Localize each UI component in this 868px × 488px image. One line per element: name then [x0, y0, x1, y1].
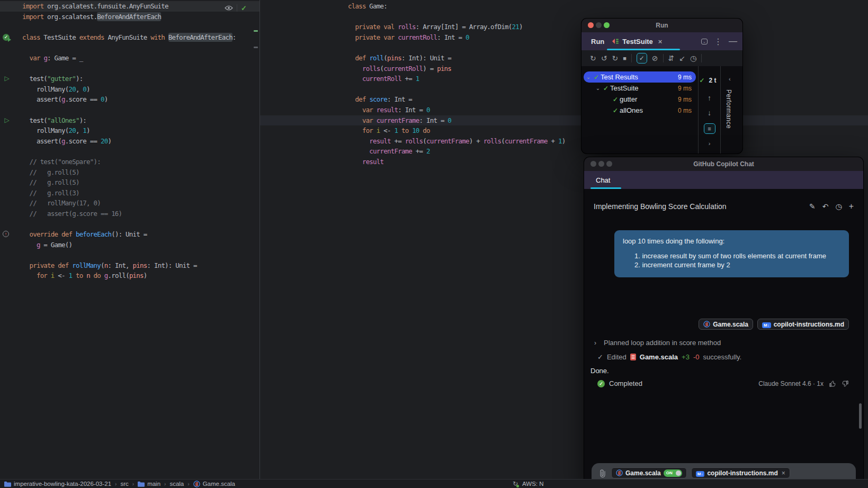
code-line[interactable]: import org.scalatest.funsuite.AnyFunSuit…	[0, 1, 259, 12]
aws-status-widget[interactable]: AWS: N	[522, 481, 543, 487]
show-passed-toggle[interactable]: ✓	[637, 53, 647, 64]
attachment-chip-copilot-instructions-md[interactable]: M↓copilot-instructions.md	[757, 319, 849, 330]
remove-chip-icon[interactable]: ×	[782, 469, 785, 477]
code-line[interactable]: var g: Game = _	[0, 53, 259, 64]
code-line[interactable]	[0, 64, 259, 74]
breadcrumb-item[interactable]: main	[138, 481, 160, 487]
code-line[interactable]: ✓class TestSuite extends AnyFunSuite wit…	[0, 32, 259, 43]
code-line[interactable]: import org.scalatest.BeforeAndAfterEach	[0, 12, 259, 22]
breadcrumb-item[interactable]: scala	[169, 481, 184, 487]
history-icon[interactable]: ◷	[835, 202, 842, 211]
code-line[interactable]	[0, 219, 259, 229]
error-stripe-mark[interactable]	[254, 30, 258, 32]
code-line[interactable]: result += rolls(currentFrame) + rolls(cu…	[260, 136, 868, 147]
code-line[interactable]: private def rollMany(n: Int, pins: Int):…	[0, 260, 259, 271]
code-line[interactable]	[0, 42, 259, 53]
breadcrumb-item[interactable]: Game.scala	[193, 481, 235, 487]
attachment-chip-game-scala[interactable]: Game.scalaON	[611, 467, 687, 478]
attachment-chip-copilot-instructions-md[interactable]: M↓copilot-instructions.md×	[691, 467, 790, 478]
thumbs-up-icon[interactable]	[829, 380, 836, 387]
code-line[interactable]: currentRoll += 1	[260, 74, 868, 84]
code-line[interactable]: def score: Int =	[260, 94, 868, 105]
code-line[interactable]	[260, 42, 868, 53]
run-test-icon[interactable]: ▷	[3, 115, 11, 126]
test-tree-row[interactable]: ✓allOnes0 ms	[584, 105, 696, 116]
expand-icon[interactable]: ›	[709, 140, 711, 147]
editor-pane-testsuite[interactable]: import org.scalatest.funsuite.AnyFunSuit…	[0, 0, 260, 479]
code-line[interactable]	[0, 250, 259, 260]
code-line[interactable]: def roll(pins: Int): Unit =	[260, 53, 868, 64]
code-line[interactable]: g = Game()	[0, 240, 259, 250]
quill-icon[interactable]: ✎	[809, 202, 816, 211]
run-class-icon[interactable]: ✓	[3, 34, 10, 41]
code-line[interactable]: // g.roll(3)	[0, 188, 259, 198]
code-line[interactable]: rollMany(20, 1)	[0, 125, 259, 136]
test-tree-row[interactable]: ⌄✓TestSuite9 ms	[584, 83, 696, 94]
chevron-down-icon[interactable]: ⌄	[594, 85, 602, 91]
vcs-update-icon[interactable]: ↻	[513, 480, 518, 487]
inspections-ok-icon[interactable]: ✓	[241, 4, 247, 12]
test-tree-row[interactable]: ✓gutter9 ms	[584, 94, 696, 105]
collapse-icon[interactable]: ‹	[729, 76, 731, 82]
thumbs-down-icon[interactable]	[842, 380, 849, 387]
code-line[interactable]: class Game:	[260, 1, 868, 12]
context-on-toggle[interactable]: ON	[664, 469, 682, 477]
code-line[interactable]: // rollMany(17, 0)	[0, 198, 259, 209]
code-line[interactable]: assert(g.score == 0)	[0, 94, 259, 105]
breadcrumb-item[interactable]: imperative-bowling-kata-2026-03-21	[4, 481, 111, 487]
rerun-tests-icon[interactable]: ↻	[590, 54, 596, 62]
code-line[interactable]: private val rolls: Array[Int] = Array.of…	[260, 22, 868, 32]
sort-icon[interactable]: ⇵	[668, 54, 675, 62]
code-line[interactable]	[260, 12, 868, 22]
scrollbar[interactable]	[859, 403, 862, 429]
breadcrumb-item[interactable]: src	[120, 481, 128, 487]
code-line[interactable]: ↑ override def beforeEach(): Unit =	[0, 229, 259, 240]
navigate-icon[interactable]: ↙	[679, 54, 685, 62]
previous-test-icon[interactable]: ↑	[708, 94, 711, 102]
dock-window-icon[interactable]: ⌄	[701, 39, 708, 44]
code-line[interactable]: rollMany(20, 0)	[0, 84, 259, 95]
paperclip-icon[interactable]	[599, 469, 606, 477]
code-line[interactable]: currentFrame += 2	[260, 146, 868, 157]
run-test-icon[interactable]: ▷	[3, 74, 11, 84]
code-line[interactable]	[0, 105, 259, 115]
tab-chat[interactable]: Chat	[596, 176, 610, 184]
override-icon[interactable]: ↑	[3, 231, 9, 237]
code-line[interactable]: var currentFrame: Int = 0	[260, 115, 868, 126]
code-line[interactable]	[260, 84, 868, 95]
code-line[interactable]: // g.roll(5)	[0, 167, 259, 178]
new-chat-icon[interactable]: +	[849, 202, 854, 211]
code-line[interactable]: ▷ test("gutter"):	[0, 74, 259, 84]
collapsed-step-row[interactable]: › Planned loop addition in score method	[594, 339, 721, 347]
code-line[interactable]	[0, 146, 259, 157]
history-icon[interactable]: ◷	[690, 54, 696, 62]
stop-icon[interactable]: ■	[623, 55, 627, 61]
more-options-icon[interactable]: ⋮	[714, 37, 722, 47]
error-stripe-mark[interactable]	[254, 47, 258, 48]
code-line[interactable]: // test("oneSpare"):	[0, 157, 259, 167]
code-line[interactable]: // assert(g.score == 16)	[0, 209, 259, 219]
chat-window-titlebar[interactable]: GitHub Copilot Chat	[584, 157, 863, 171]
code-line[interactable]	[0, 22, 259, 32]
minimize-icon[interactable]: —	[729, 37, 737, 46]
next-test-icon[interactable]: ↓	[708, 109, 711, 117]
run-window-titlebar[interactable]: Run	[581, 19, 742, 32]
left-editor-code[interactable]: import org.scalatest.funsuite.AnyFunSuit…	[0, 0, 259, 479]
tab-performance[interactable]: Performance	[725, 89, 732, 129]
eye-icon[interactable]	[225, 5, 233, 11]
rerun-failed-icon[interactable]: ↺	[601, 54, 607, 62]
code-line[interactable]: for i <- 1 to 10 do	[260, 125, 868, 136]
chevron-right-icon[interactable]: ›	[594, 339, 596, 347]
code-line[interactable]: // g.roll(5)	[0, 177, 259, 188]
soft-wrap-toggle[interactable]: ≡	[704, 123, 715, 134]
tab-testsuite[interactable]: TestSuite ×	[612, 38, 662, 46]
code-line[interactable]: assert(g.score == 20)	[0, 136, 259, 147]
test-tree-row[interactable]: ⌄✓Test Results9 ms	[584, 71, 696, 83]
close-tab-icon[interactable]: ×	[658, 38, 663, 46]
code-line[interactable]: ▷ test("allOnes"):	[0, 115, 259, 126]
code-line[interactable]: rolls(currentRoll) = pins	[260, 64, 868, 74]
code-line[interactable]: for i <- 1 to n do g.roll(pins)	[0, 270, 259, 281]
edited-file-name[interactable]: Game.scala	[640, 353, 678, 361]
code-line[interactable]: private var currentRoll: Int = 0	[260, 32, 868, 43]
chevron-down-icon[interactable]: ⌄	[585, 74, 592, 80]
